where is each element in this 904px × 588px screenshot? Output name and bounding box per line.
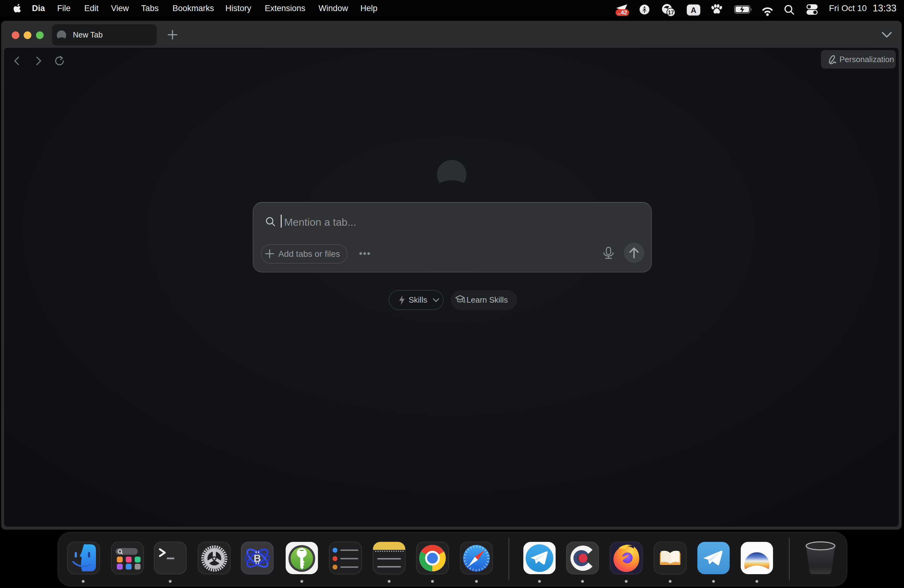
svg-text:A: A <box>691 6 696 14</box>
svg-text:17: 17 <box>668 9 674 16</box>
svg-text:..42: ..42 <box>618 9 627 16</box>
svg-text:B: B <box>254 553 261 564</box>
